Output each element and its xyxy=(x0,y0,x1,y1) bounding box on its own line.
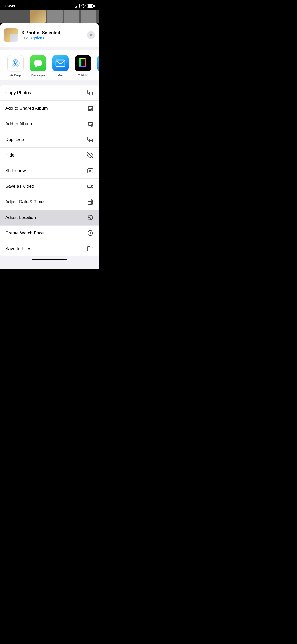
bg-photo-2 xyxy=(47,10,63,23)
adjust-date-label: Adjust Date & Time xyxy=(5,199,44,205)
create-watch-icon xyxy=(87,230,94,237)
options-link[interactable]: Options xyxy=(31,36,44,40)
hide-icon xyxy=(87,152,94,159)
adjust-date-icon xyxy=(87,199,94,205)
svg-rect-11 xyxy=(79,66,86,67)
options-chevron: › xyxy=(45,36,46,40)
messages-icon xyxy=(30,55,46,71)
status-icons xyxy=(75,4,94,8)
action-copy-photos[interactable]: Copy Photos xyxy=(0,85,99,101)
battery-icon xyxy=(87,4,94,8)
airdrop-label: AirDrop xyxy=(10,73,21,77)
action-hide[interactable]: Hide xyxy=(0,148,99,163)
add-shared-album-label: Add to Shared Album xyxy=(5,106,48,111)
action-slideshow[interactable]: Slideshow xyxy=(0,163,99,179)
action-adjust-date[interactable]: Adjust Date & Time xyxy=(0,194,99,210)
signal-icon xyxy=(75,4,80,8)
home-bar xyxy=(32,259,67,260)
giphy-icon xyxy=(75,55,91,71)
app-airdrop[interactable]: AirDrop xyxy=(4,55,27,77)
action-save-video[interactable]: Save as Video xyxy=(0,179,99,194)
bg-photo-4 xyxy=(81,10,96,23)
slideshow-label: Slideshow xyxy=(5,168,26,173)
svg-point-36 xyxy=(89,217,91,218)
giphy-label: GIPHY xyxy=(78,73,88,77)
svg-marker-29 xyxy=(91,185,93,188)
adjust-location-label: Adjust Location xyxy=(5,215,36,220)
close-button[interactable]: × xyxy=(87,31,95,39)
airdrop-icon xyxy=(7,55,24,71)
svg-marker-27 xyxy=(90,170,91,172)
header-title: 3 Photos Selected xyxy=(22,30,83,35)
svg-rect-28 xyxy=(88,185,91,188)
wifi-icon xyxy=(81,4,86,8)
more-app-icon: S xyxy=(97,55,99,71)
copy-photos-icon xyxy=(87,89,94,96)
action-duplicate[interactable]: Duplicate xyxy=(0,132,99,148)
share-sheet: 3 Photos Selected Erie Options › × xyxy=(0,23,99,269)
apps-scroll: AirDrop Messages xyxy=(0,55,99,77)
background-photos xyxy=(0,10,99,23)
save-files-icon xyxy=(87,245,94,252)
messages-label: Messages xyxy=(31,73,45,77)
hide-label: Hide xyxy=(5,153,15,158)
action-add-album[interactable]: Add to Album xyxy=(0,116,99,132)
duplicate-label: Duplicate xyxy=(5,137,24,142)
svg-rect-6 xyxy=(56,60,65,66)
add-album-label: Add to Album xyxy=(5,121,32,127)
svg-rect-8 xyxy=(79,58,81,67)
save-files-label: Save to Files xyxy=(5,246,31,251)
action-adjust-location[interactable]: Adjust Location xyxy=(0,210,99,226)
create-watch-label: Create Watch Face xyxy=(5,231,44,236)
adjust-location-icon xyxy=(87,214,94,221)
duplicate-icon xyxy=(87,136,94,143)
app-messages[interactable]: Messages xyxy=(27,55,49,77)
app-mail[interactable]: Mail xyxy=(49,55,72,77)
bg-photo-1 xyxy=(30,10,46,23)
svg-point-3 xyxy=(15,63,16,65)
subtitle-location: Erie xyxy=(22,36,28,40)
save-video-icon xyxy=(87,183,94,190)
mail-icon xyxy=(52,55,69,71)
svg-marker-5 xyxy=(35,66,38,68)
mail-label: Mail xyxy=(57,73,63,77)
add-album-icon xyxy=(87,121,94,127)
header-thumbnail xyxy=(4,28,18,42)
status-bar: 09:41 xyxy=(0,0,99,10)
svg-rect-4 xyxy=(34,60,42,66)
sheet-header: 3 Photos Selected Erie Options › × xyxy=(0,23,99,47)
bg-photo-3 xyxy=(64,10,79,23)
header-subtitle: Erie Options › xyxy=(22,36,83,40)
app-more[interactable]: S S… xyxy=(94,55,99,77)
save-video-label: Save as Video xyxy=(5,184,34,189)
header-text: 3 Photos Selected Erie Options › xyxy=(22,30,83,40)
app-giphy[interactable]: GIPHY xyxy=(72,55,94,77)
action-create-watch[interactable]: Create Watch Face xyxy=(0,226,99,241)
action-add-shared-album[interactable]: Add to Shared Album xyxy=(0,101,99,116)
status-time: 09:41 xyxy=(5,4,15,8)
apps-section: AirDrop Messages xyxy=(0,50,99,80)
add-shared-album-icon xyxy=(87,105,94,112)
actions-list: Copy Photos Add to Shared Album xyxy=(0,82,99,256)
action-save-files[interactable]: Save to Files xyxy=(0,241,99,256)
slideshow-icon xyxy=(87,167,94,174)
copy-photos-label: Copy Photos xyxy=(5,90,31,95)
home-indicator xyxy=(0,256,99,261)
svg-line-45 xyxy=(90,233,91,234)
svg-rect-15 xyxy=(89,92,93,95)
